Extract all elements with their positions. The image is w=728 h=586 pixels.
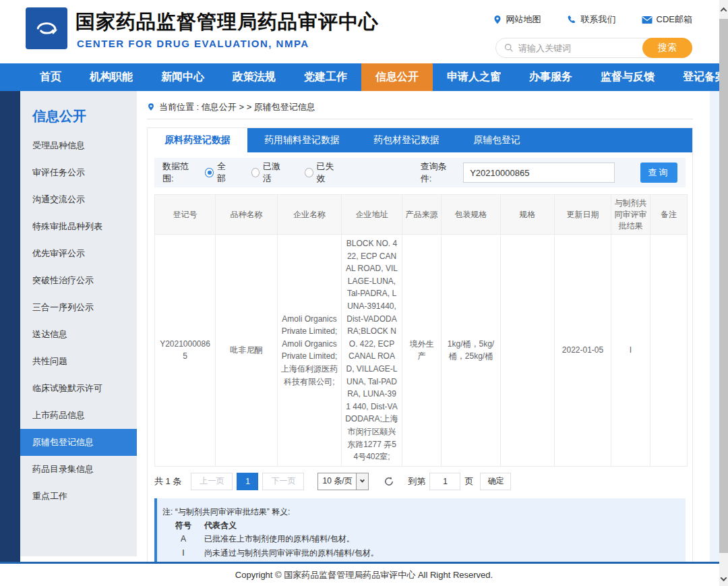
col-spec: 规格 <box>501 195 555 235</box>
nav-item-news[interactable]: 新闻中心 <box>147 63 218 91</box>
note-line1: 注: “与制剂共同审评审批结果” 释义: <box>162 505 677 519</box>
sidebar: 信息公开 受理品种信息 审评任务公示 沟通交流公示 特殊审批品种列表 优先审评公… <box>20 91 137 556</box>
sidebar-item-accepted-products[interactable]: 受理品种信息 <box>20 132 137 159</box>
sidebar-item-delivery-info[interactable]: 送达信息 <box>20 321 137 348</box>
col-company-name: 企业名称 <box>278 195 342 235</box>
sitemap-link[interactable]: 网站地图 <box>493 13 541 26</box>
cell-joint-review-result: I <box>611 235 650 467</box>
prev-page-button[interactable]: 上一页 <box>191 473 233 490</box>
nav-item-home[interactable]: 首页 <box>26 63 75 91</box>
cell-company-name: Amoli Organics Private Limited;Amoli Org… <box>278 235 342 467</box>
mailbox-label: CDE邮箱 <box>657 13 692 26</box>
sidebar-item-three-in-one[interactable]: 三合一序列公示 <box>20 294 137 321</box>
main-nav: 首页 机构职能 新闻中心 政策法规 党建工作 信息公开 申请人之窗 办事服务 监… <box>0 63 719 91</box>
tab-excipient-registration[interactable]: 药用辅料登记数据 <box>247 128 357 152</box>
chevron-up-icon <box>721 7 727 14</box>
query-input[interactable] <box>463 163 615 183</box>
pagination: 共 1 条 上一页 1 下一页 10 条/页 <box>154 473 686 490</box>
quick-links: 网站地图 联系我们 CDE邮箱 <box>493 13 692 26</box>
registration-table: 登记号 品种名称 企业名称 企业地址 产品来源 包装规格 规格 更新日期 与制剂… <box>154 194 688 467</box>
radio-all-label: 全部 <box>217 160 233 185</box>
page-size-value: 10 条/页 <box>318 475 356 487</box>
cell-product-source: 境外生产 <box>402 235 442 467</box>
nav-item-info-disclosure[interactable]: 信息公开 <box>361 63 433 91</box>
cell-reg-no: Y20210000865 <box>155 235 216 467</box>
content-panel: 原料药登记数据 药用辅料登记数据 药包材登记数据 原辅包登记 数据范围: 全部 … <box>147 127 693 577</box>
sidebar-item-raw-excipient-packaging[interactable]: 原辅包登记信息 <box>20 429 137 456</box>
left-background-strip <box>0 91 20 562</box>
sidebar-item-drug-catalog[interactable]: 药品目录集信息 <box>20 456 137 483</box>
filter-row: 数据范围: 全部 已激活 已失效 查询条件: 查询 <box>154 158 686 187</box>
total-count: 共 1 条 <box>154 475 181 488</box>
nav-item-supervision[interactable]: 监督与反馈 <box>586 63 669 91</box>
sidebar-item-communication[interactable]: 沟通交流公示 <box>20 186 137 213</box>
query-label: 查询条件: <box>421 160 454 185</box>
scroll-up-arrow[interactable] <box>719 4 728 16</box>
goto-page-input[interactable] <box>429 473 460 490</box>
sidebar-item-marketed-drugs[interactable]: 上市药品信息 <box>20 402 137 429</box>
nav-item-policy[interactable]: 政策法规 <box>218 63 290 91</box>
radio-expired-icon <box>305 168 313 177</box>
select-arrow-box <box>356 473 368 490</box>
sidebar-item-clinical-trial-license[interactable]: 临床试验默示许可 <box>20 375 137 402</box>
next-page-button[interactable]: 下一页 <box>262 473 304 490</box>
breadcrumb-pin-icon <box>147 102 155 112</box>
nav-item-services[interactable]: 办事服务 <box>515 63 586 91</box>
sidebar-item-special-approval[interactable]: 特殊审批品种列表 <box>20 213 137 240</box>
phone-icon <box>567 15 577 25</box>
main-region: 信息公开 受理品种信息 审评任务公示 沟通交流公示 特殊审批品种列表 优先审评公… <box>0 91 719 562</box>
col-package-spec: 包装规格 <box>442 195 501 235</box>
tab-bar: 原料药登记数据 药用辅料登记数据 药包材登记数据 原辅包登记 <box>148 128 692 152</box>
nav-item-party[interactable]: 党建工作 <box>290 63 361 91</box>
note-meaning-col: 代表含义 <box>204 519 677 532</box>
chevron-down-icon <box>721 575 727 581</box>
cell-remark <box>650 235 688 467</box>
site-subtitle: CENTER FOR DRUG EVALUATION, NMPA <box>77 38 309 49</box>
sidebar-item-common-issues[interactable]: 共性问题 <box>20 348 137 375</box>
page-size-select[interactable]: 10 条/页 <box>317 473 369 490</box>
col-joint-review-result: 与制剂共同审评审批结果 <box>611 195 650 235</box>
mailbox-link[interactable]: CDE邮箱 <box>642 13 692 26</box>
sidebar-item-priority-review[interactable]: 优先审评公示 <box>20 240 137 267</box>
contact-link[interactable]: 联系我们 <box>567 13 616 26</box>
sidebar-item-key-work[interactable]: 重点工作 <box>20 483 137 510</box>
query-button[interactable]: 查询 <box>640 163 677 183</box>
cell-update-date: 2022-01-05 <box>555 235 611 467</box>
col-reg-no: 登记号 <box>155 195 216 235</box>
nav-item-applicant[interactable]: 申请人之窗 <box>433 63 515 91</box>
scroll-down-arrow[interactable] <box>719 573 728 585</box>
radio-expired[interactable]: 已失效 <box>305 160 340 185</box>
chevron-down-icon <box>360 478 365 483</box>
sidebar-item-review-tasks[interactable]: 审评任务公示 <box>20 159 137 186</box>
scope-label: 数据范围: <box>162 160 195 185</box>
search-icon <box>504 43 514 53</box>
note-meaning-i: 尚未通过与制剂共同审评审批的原料/辅料/包材。 <box>204 546 677 560</box>
goto-unit: 页 <box>464 475 473 488</box>
col-product-name: 品种名称 <box>216 195 278 235</box>
vertical-scrollbar[interactable] <box>719 0 728 586</box>
scrollbar-thumb[interactable] <box>719 19 728 553</box>
table-row: Y20210000865 吡非尼酮 Amoli Organics Private… <box>155 235 688 467</box>
col-company-address: 企业地址 <box>342 195 402 235</box>
radio-all[interactable]: 全部 <box>205 160 232 185</box>
radio-activated[interactable]: 已激活 <box>251 160 286 185</box>
refresh-icon[interactable] <box>384 476 394 487</box>
sidebar-item-breakthrough-therapy[interactable]: 突破性治疗公示 <box>20 267 137 294</box>
search-input[interactable] <box>518 43 640 53</box>
nav-item-org[interactable]: 机构职能 <box>75 63 147 91</box>
sidebar-title: 信息公开 <box>20 91 137 132</box>
tab-raw-excipient-packaging[interactable]: 原辅包登记 <box>456 128 537 152</box>
radio-activated-label: 已激活 <box>263 160 286 185</box>
note-symbol-i: I <box>172 546 195 560</box>
confirm-button[interactable]: 确定 <box>480 473 511 490</box>
sitemap-label: 网站地图 <box>506 13 541 26</box>
search-button[interactable]: 搜索 <box>642 38 692 58</box>
tab-packaging-registration[interactable]: 药包材登记数据 <box>357 128 456 152</box>
page-number-1[interactable]: 1 <box>237 473 258 490</box>
radio-all-icon <box>205 168 213 177</box>
tab-api-registration[interactable]: 原料药登记数据 <box>148 128 247 152</box>
header-search: 搜索 <box>495 38 692 58</box>
col-product-source: 产品来源 <box>402 195 442 235</box>
table-header-row: 登记号 品种名称 企业名称 企业地址 产品来源 包装规格 规格 更新日期 与制剂… <box>155 195 688 235</box>
legend-note: 注: “与制剂共同审评审批结果” 释义: 符号 代表含义 A 已批准在上市制剂使… <box>154 498 686 568</box>
